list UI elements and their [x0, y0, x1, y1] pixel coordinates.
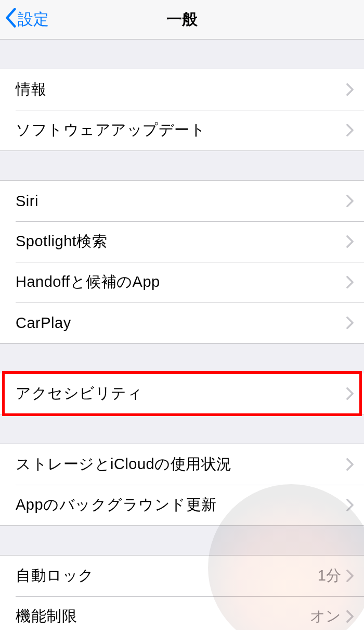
row-value: 1分 [318, 565, 341, 586]
chevron-right-icon [346, 317, 354, 329]
row-label: Spotlight検索 [16, 231, 346, 252]
row-label: 自動ロック [16, 565, 318, 586]
row-carplay[interactable]: CarPlay [0, 303, 364, 343]
settings-group: Siri Spotlight検索 Handoffと候補のApp CarPlay [0, 180, 364, 344]
row-storage[interactable]: ストレージとiCloudの使用状況 [0, 444, 364, 485]
row-auto-lock[interactable]: 自動ロック 1分 [0, 556, 364, 596]
row-restrictions[interactable]: 機能制限 オン [0, 596, 364, 630]
row-label: 機能制限 [16, 606, 310, 627]
row-accessibility[interactable]: アクセシビリティ [0, 373, 364, 414]
row-siri[interactable]: Siri [0, 181, 364, 221]
chevron-right-icon [346, 124, 354, 136]
settings-group: 自動ロック 1分 機能制限 オン [0, 555, 364, 630]
row-label: Handoffと候補のApp [16, 272, 346, 293]
row-label: ソフトウェアアップデート [16, 120, 346, 141]
chevron-right-icon [346, 570, 354, 582]
row-label: 情報 [16, 79, 346, 100]
chevron-right-icon [346, 235, 354, 248]
row-label: Siri [16, 193, 346, 210]
chevron-right-icon [346, 276, 354, 288]
row-background-refresh[interactable]: Appのバックグラウンド更新 [0, 485, 364, 525]
back-label: 設定 [18, 9, 49, 30]
row-label: アクセシビリティ [16, 383, 346, 404]
chevron-right-icon [346, 458, 354, 471]
row-spotlight[interactable]: Spotlight検索 [0, 221, 364, 262]
row-handoff[interactable]: Handoffと候補のApp [0, 262, 364, 303]
row-label: CarPlay [16, 314, 346, 332]
row-label: ストレージとiCloudの使用状況 [16, 454, 346, 475]
chevron-right-icon [346, 195, 354, 207]
row-label: Appのバックグラウンド更新 [16, 495, 346, 515]
chevron-right-icon [346, 83, 354, 96]
settings-group: 情報 ソフトウェアアップデート [0, 69, 364, 151]
settings-group-highlighted: アクセシビリティ [0, 373, 364, 414]
chevron-right-icon [346, 387, 354, 400]
chevron-right-icon [346, 499, 354, 511]
navbar: 設定 一般 [0, 0, 364, 40]
chevron-left-icon [5, 8, 17, 31]
row-software-update[interactable]: ソフトウェアアップデート [0, 110, 364, 150]
chevron-right-icon [346, 610, 354, 623]
row-about[interactable]: 情報 [0, 69, 364, 110]
settings-group: ストレージとiCloudの使用状況 Appのバックグラウンド更新 [0, 444, 364, 526]
page-title: 一般 [166, 9, 198, 30]
row-value: オン [310, 606, 341, 627]
back-button[interactable]: 設定 [5, 8, 49, 31]
